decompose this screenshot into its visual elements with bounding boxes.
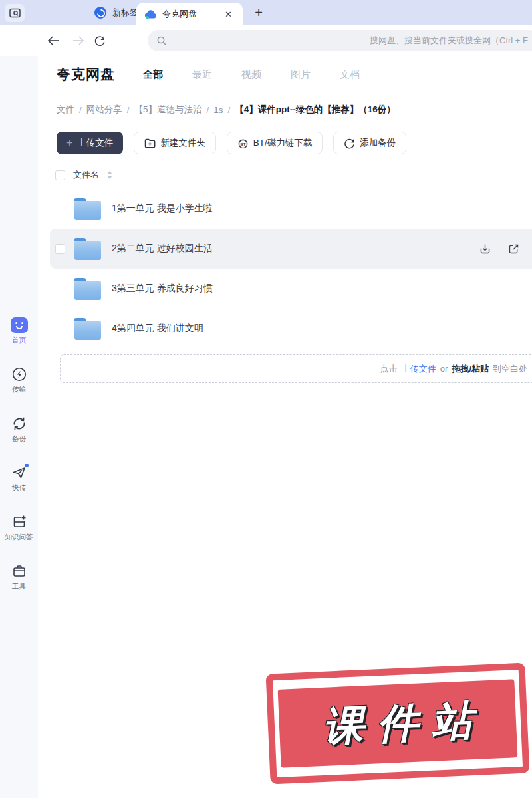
stamp-text: 课件站 — [308, 692, 487, 755]
app-sidebar: 首页 传输 备份 快传 知识问答 — [0, 56, 38, 798]
bt-magnet-icon: BT — [237, 138, 249, 149]
sidebar-item-transfer[interactable]: 传输 — [10, 366, 29, 394]
view-tabs: 全部 最近 视频 图片 文档 — [143, 68, 360, 81]
file-list-header: 文件名 — [55, 169, 112, 181]
file-name: 1第一单元 我是小学生啦 — [112, 203, 213, 215]
breadcrumb-separator: / — [79, 105, 82, 115]
breadcrumb-separator: / — [127, 105, 130, 115]
sort-filename-control[interactable] — [107, 171, 112, 179]
quark-drive-window: 新标签页 夸克网盘 ✕ + 搜网盘、搜当前文件夹或搜全网（Ctrl + F — [0, 0, 532, 798]
select-all-checkbox[interactable] — [55, 170, 65, 180]
quick-send-icon — [10, 464, 29, 481]
browser-tab-bar: 新标签页 夸克网盘 ✕ + — [0, 0, 532, 25]
tab-search-button[interactable] — [5, 4, 25, 22]
dropzone-drag-text: 拖拽/粘贴 — [452, 363, 489, 375]
plus-icon: + — [66, 137, 72, 149]
sidebar-item-label: 传输 — [12, 385, 26, 394]
breadcrumb-item[interactable]: 网站分享 — [86, 104, 122, 116]
folder-icon — [74, 198, 101, 220]
folder-icon — [74, 318, 101, 340]
add-backup-button[interactable]: 添加备份 — [333, 132, 406, 154]
search-placeholder: 搜网盘、搜当前文件夹或搜全网（Ctrl + F — [370, 30, 528, 51]
new-folder-button[interactable]: 新建文件夹 — [134, 132, 216, 154]
tab-recent[interactable]: 最近 — [192, 68, 212, 81]
action-buttons: + 上传文件 新建文件夹 BT BT/磁力链下载 添加备份 — [57, 132, 406, 154]
upload-dropzone[interactable]: 点击 上传文件 or 拖拽/粘贴 到空白处 — [60, 354, 532, 383]
tab-close-icon[interactable]: ✕ — [222, 8, 235, 21]
notification-dot — [25, 464, 29, 467]
tab-search-icon — [9, 8, 21, 18]
watermark-stamp: 课件站 — [266, 663, 530, 785]
search-icon — [156, 35, 167, 46]
dropzone-text: 到空白处 — [493, 363, 527, 375]
row-checkbox[interactable] — [55, 244, 65, 254]
file-row[interactable]: 3第三单元 养成良好习惯 — [38, 269, 532, 309]
sidebar-item-backup[interactable]: 备份 — [10, 415, 29, 444]
file-row[interactable]: 4第四单元 我们讲文明 — [38, 309, 532, 348]
download-icon[interactable] — [479, 243, 491, 255]
sidebar-item-label: 知识问答 — [5, 533, 33, 542]
bt-magnet-label: BT/磁力链下载 — [253, 137, 313, 149]
sidebar-item-knowledge-qa[interactable]: 知识问答 — [5, 513, 33, 542]
file-name: 3第三单元 养成良好习惯 — [112, 283, 213, 295]
breadcrumb-item[interactable]: 文件 — [57, 104, 74, 116]
sidebar-item-label: 快传 — [12, 483, 26, 493]
tools-icon — [10, 563, 29, 580]
breadcrumb: 文件 / 网站分享 / 【5】道德与法治 / 1s / 【4】课件ppt--绿色… — [57, 104, 396, 116]
stamp-inner: 课件站 — [278, 679, 518, 767]
dropzone-upload-link[interactable]: 上传文件 — [402, 363, 436, 375]
knowledge-qa-icon — [10, 513, 29, 531]
tab-video[interactable]: 视频 — [241, 68, 261, 81]
sidebar-item-label: 首页 — [12, 336, 26, 345]
file-list: 1第一单元 我是小学生啦 2第二单元 过好校园生活 3第三单 — [38, 189, 532, 348]
home-smile-icon — [10, 317, 29, 334]
add-backup-icon — [344, 138, 355, 149]
new-tab-button[interactable]: + — [249, 3, 269, 23]
dropzone-text: or — [440, 364, 448, 374]
breadcrumb-separator: / — [228, 105, 231, 115]
upload-file-button[interactable]: + 上传文件 — [57, 132, 123, 154]
back-button[interactable] — [44, 31, 63, 50]
transfer-icon — [10, 366, 29, 383]
tab-all[interactable]: 全部 — [143, 68, 163, 81]
new-folder-label: 新建文件夹 — [160, 137, 205, 149]
file-row[interactable]: 1第一单元 我是小学生啦 — [38, 189, 532, 229]
file-row-hovered[interactable]: 2第二单元 过好校园生活 — [50, 229, 532, 269]
bt-magnet-download-button[interactable]: BT BT/磁力链下载 — [227, 132, 323, 154]
tab-image[interactable]: 图片 — [291, 68, 311, 81]
backup-icon — [10, 415, 29, 432]
file-name: 4第四单元 我们讲文明 — [112, 323, 203, 334]
sidebar-item-quick-send[interactable]: 快传 — [10, 464, 29, 493]
folder-icon — [74, 278, 101, 300]
breadcrumb-current: 【4】课件ppt--绿色的【推荐】（16份） — [235, 104, 396, 116]
file-name: 2第二单元 过好校园生活 — [112, 243, 213, 255]
add-backup-label: 添加备份 — [360, 137, 396, 149]
breadcrumb-separator: / — [207, 105, 209, 115]
tab-quark-drive[interactable]: 夸克网盘 ✕ — [136, 3, 243, 25]
dropzone-text: 点击 — [380, 363, 398, 375]
upload-file-label: 上传文件 — [77, 137, 113, 149]
page-header: 夸克网盘 全部 最近 视频 图片 文档 — [57, 65, 360, 84]
open-external-icon[interactable] — [507, 243, 520, 255]
filename-column-header: 文件名 — [73, 169, 99, 181]
browser-toolbar: 搜网盘、搜当前文件夹或搜全网（Ctrl + F — [0, 25, 532, 56]
sidebar-item-label: 工具 — [12, 582, 26, 591]
breadcrumb-item[interactable]: 1s — [213, 105, 223, 115]
sidebar-item-label: 备份 — [12, 434, 26, 444]
search-input[interactable]: 搜网盘、搜当前文件夹或搜全网（Ctrl + F — [148, 30, 532, 51]
svg-text:BT: BT — [240, 141, 245, 146]
folder-icon — [74, 238, 101, 260]
page-title: 夸克网盘 — [57, 65, 115, 84]
quark-logo-icon — [94, 7, 106, 19]
sidebar-item-home[interactable]: 首页 — [10, 317, 29, 345]
row-actions — [479, 243, 520, 255]
new-folder-icon — [144, 138, 156, 148]
tab-document[interactable]: 文档 — [340, 68, 360, 81]
sidebar-item-tools[interactable]: 工具 — [10, 563, 29, 591]
tab-title: 夸克网盘 — [162, 8, 217, 20]
breadcrumb-item[interactable]: 【5】道德与法治 — [134, 104, 202, 116]
forward-button[interactable] — [69, 31, 88, 50]
refresh-button[interactable] — [90, 31, 109, 50]
cloud-icon — [144, 9, 157, 19]
